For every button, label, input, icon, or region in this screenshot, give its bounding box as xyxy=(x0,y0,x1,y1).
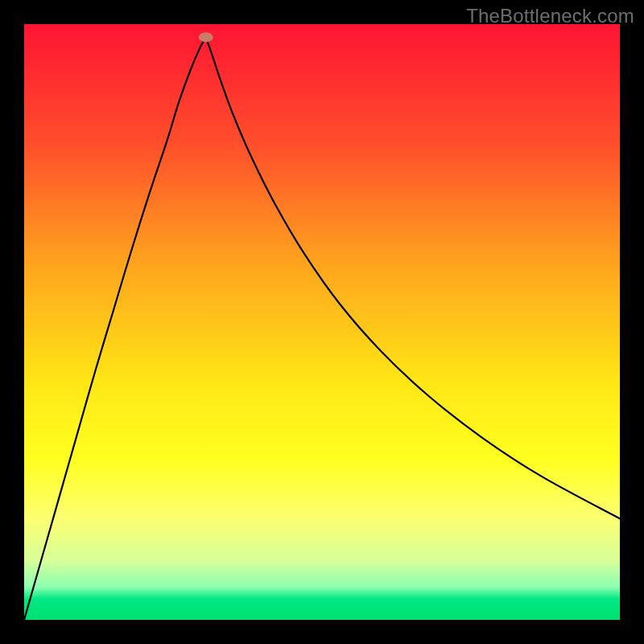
bottleneck-chart xyxy=(24,24,620,620)
bottleneck-marker xyxy=(199,32,213,42)
chart-svg xyxy=(24,24,620,620)
gradient-background xyxy=(24,24,620,620)
